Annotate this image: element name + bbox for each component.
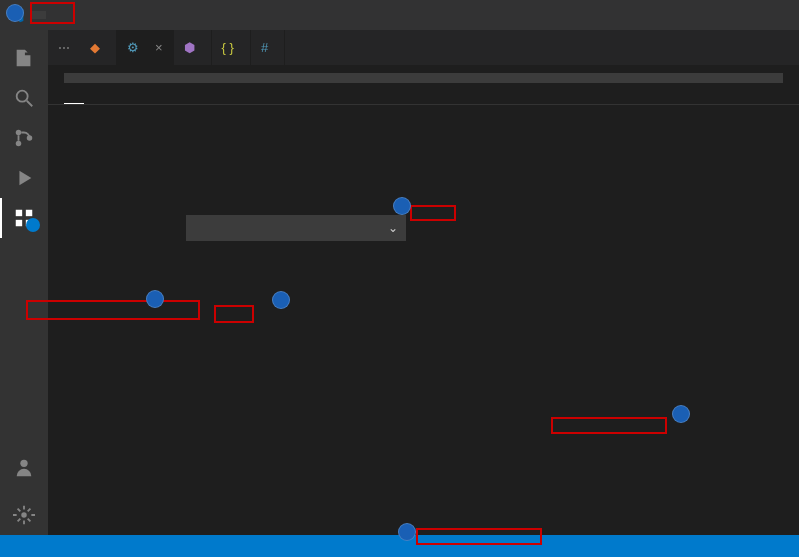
activity-account[interactable] [0,447,48,487]
scope-user[interactable] [64,91,84,104]
menu-file[interactable] [32,11,46,19]
svg-point-9 [20,460,27,467]
activitybar [0,30,48,535]
menubar [32,11,144,19]
menu-terminal[interactable] [116,11,130,19]
settings-tree[interactable] [48,105,178,535]
settings-details: ⌄ [178,105,799,535]
settings-search-input[interactable] [64,73,783,83]
activity-scm[interactable] [0,118,48,158]
menu-run[interactable] [102,11,116,19]
svg-point-2 [16,130,22,136]
tab-settings[interactable]: ⚙× [117,30,174,65]
settings-editor: ⌄ [48,65,799,535]
svg-rect-5 [16,210,22,216]
menu-select[interactable] [60,11,74,19]
activity-settings[interactable] [0,495,48,535]
tab-settings-json[interactable]: { } [212,30,251,65]
activity-debug[interactable] [0,158,48,198]
tagcasing-select[interactable]: ⌄ [186,215,406,241]
scope-workspace[interactable] [84,91,104,104]
svg-rect-7 [16,220,22,226]
menu-go[interactable] [88,11,102,19]
tab-index-html[interactable]: ◆ [80,30,117,65]
ext-badge [26,218,40,232]
svg-point-10 [21,512,27,518]
tab-overflow-icon[interactable]: ⋯ [48,41,80,55]
activity-explorer[interactable] [0,38,48,78]
svg-rect-6 [26,210,32,216]
tab-style-css[interactable]: # [251,30,285,65]
svg-point-3 [16,141,22,147]
tabbar: ⋯ ◆ ⚙× ⬢ { } # [48,30,799,65]
vscode-icon [8,7,24,23]
svg-line-1 [27,101,33,107]
menu-help[interactable] [130,11,144,19]
tab-ext-vetur[interactable]: ⬢ [174,30,212,65]
menu-edit[interactable] [46,11,60,19]
svg-point-0 [17,91,28,102]
activity-extensions[interactable] [0,198,48,238]
activity-search[interactable] [0,78,48,118]
editor-main: ⋯ ◆ ⚙× ⬢ { } # [48,30,799,535]
scope-tabs [48,91,799,105]
titlebar [0,0,799,30]
statusbar [0,535,799,557]
close-icon[interactable]: × [155,40,163,55]
chevron-down-icon: ⌄ [388,219,398,237]
menu-view[interactable] [74,11,88,19]
